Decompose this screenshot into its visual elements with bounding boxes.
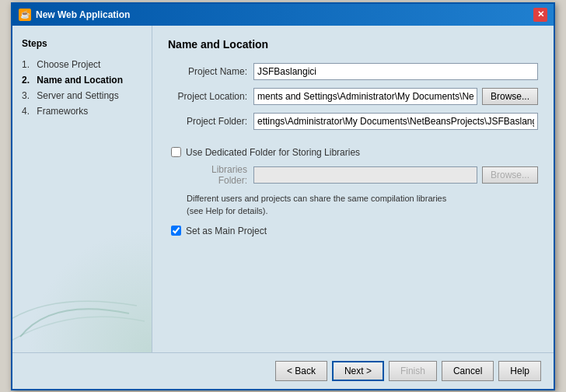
set-main-project-row: Set as Main Project	[171, 226, 538, 236]
hint-text: Different users and projects can share t…	[187, 192, 538, 218]
libraries-folder-input[interactable]	[253, 166, 477, 184]
libraries-folder-row: Libraries Folder: Browse...	[183, 164, 538, 186]
title-bar: ☕ New Web Application ✕	[12, 4, 554, 26]
cancel-button[interactable]: Cancel	[442, 361, 494, 381]
back-button[interactable]: < Back	[275, 361, 327, 381]
steps-heading: Steps	[22, 38, 142, 49]
step-4: 4. Frameworks	[22, 103, 142, 119]
help-button[interactable]: Help	[498, 361, 541, 381]
finish-button[interactable]: Finish	[389, 361, 437, 381]
project-location-row: Project Location: Browse...	[168, 88, 538, 105]
main-panel: Name and Location Project Name: Project …	[152, 26, 554, 352]
step-3: 3. Server and Settings	[22, 88, 142, 103]
project-name-input[interactable]	[253, 63, 538, 80]
project-name-label: Project Name:	[168, 66, 253, 77]
dialog-icon: ☕	[19, 9, 31, 21]
dedicated-folder-row: Use Dedicated Folder for Storing Librari…	[171, 147, 538, 158]
libraries-browse-button: Browse...	[482, 166, 538, 184]
project-folder-label: Project Folder:	[168, 116, 253, 127]
project-location-input[interactable]	[253, 88, 477, 105]
steps-panel: Steps 1. Choose Project 2. Name and Loca…	[12, 26, 152, 352]
next-button[interactable]: Next >	[332, 361, 384, 381]
set-main-project-label[interactable]: Set as Main Project	[186, 226, 267, 236]
close-button[interactable]: ✕	[533, 8, 547, 22]
project-location-browse-button[interactable]: Browse...	[482, 88, 538, 105]
step-1: 1. Choose Project	[22, 57, 142, 72]
step-2-active: 2. Name and Location	[22, 72, 142, 88]
new-web-application-dialog: ☕ New Web Application ✕ Steps 1. Choose …	[11, 2, 555, 390]
set-main-project-checkbox[interactable]	[171, 226, 181, 236]
dialog-title: New Web Application	[36, 9, 529, 20]
project-name-row: Project Name:	[168, 63, 538, 80]
dedicated-folder-checkbox[interactable]	[171, 147, 181, 157]
footer: < Back Next > Finish Cancel Help	[12, 352, 554, 389]
project-location-label: Project Location:	[168, 91, 253, 102]
dedicated-folder-label[interactable]: Use Dedicated Folder for Storing Librari…	[186, 147, 360, 158]
project-folder-input[interactable]	[253, 113, 538, 130]
section-title: Name and Location	[168, 38, 538, 51]
steps-list: 1. Choose Project 2. Name and Location 3…	[22, 57, 142, 119]
libraries-folder-label: Libraries Folder:	[183, 164, 253, 186]
project-folder-row: Project Folder:	[168, 113, 538, 130]
dialog-content: Steps 1. Choose Project 2. Name and Loca…	[12, 26, 554, 352]
